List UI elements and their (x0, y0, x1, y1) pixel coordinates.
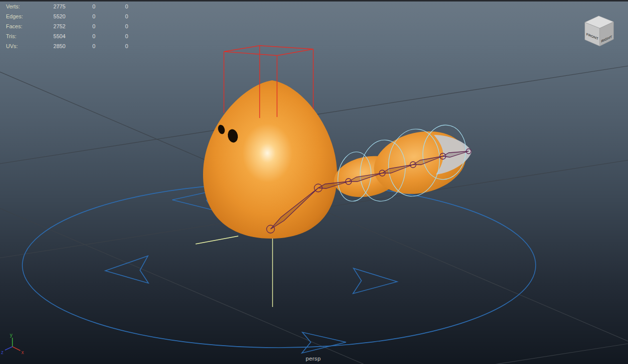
grid-line (0, 208, 363, 364)
maya-viewport[interactable]: FRONT RIGHT y x z Verts: 2775 0 0 Edges:… (0, 0, 628, 364)
hud-value: 5520 (50, 11, 66, 21)
poly-count-hud: Verts: 2775 0 0 Edges: 5520 0 0 Faces: 2… (6, 1, 128, 51)
hud-value: 0 (95, 31, 128, 41)
hud-label: Verts: (6, 1, 50, 11)
hud-value: 0 (95, 21, 128, 31)
axis-orientation-gizmo: y x z (1, 332, 24, 355)
axis-x-label: x (21, 350, 24, 355)
camera-name-label: persp (306, 356, 321, 362)
selection-cube-top-face[interactable] (224, 46, 313, 56)
hud-value: 0 (66, 21, 95, 31)
character-body-mesh[interactable] (203, 80, 337, 239)
hud-row-tris: Tris: 5504 0 0 (6, 31, 128, 41)
hud-value: 2850 (50, 41, 66, 51)
axis-y-label: y (10, 332, 12, 338)
ik-line-diagonal[interactable] (196, 236, 238, 244)
hud-value: 0 (66, 31, 95, 41)
axis-x-line (12, 347, 20, 351)
hud-value: 0 (95, 1, 128, 11)
hud-value: 0 (95, 11, 128, 21)
view-cube-gizmo[interactable]: FRONT RIGHT (585, 16, 614, 46)
hud-value: 2752 (50, 21, 66, 31)
hud-row-verts: Verts: 2775 0 0 (6, 1, 128, 11)
hud-row-uvs: UVs: 2850 0 0 (6, 41, 128, 51)
character-body[interactable] (203, 80, 337, 239)
hud-value: 0 (66, 1, 95, 11)
hud-label: UVs: (6, 41, 50, 51)
hud-value: 0 (66, 41, 95, 51)
root-arrow-left[interactable] (105, 256, 148, 283)
hud-value: 2775 (50, 1, 66, 11)
scene-canvas[interactable]: FRONT RIGHT y x z (0, 0, 628, 364)
axis-z-label: z (1, 350, 3, 355)
hud-label: Edges: (6, 11, 50, 21)
hud-label: Faces: (6, 21, 50, 31)
hud-value: 5504 (50, 31, 66, 41)
hud-row-faces: Faces: 2752 0 0 (6, 21, 128, 31)
root-arrow-front[interactable] (302, 332, 346, 353)
ik-handle-lines[interactable] (196, 232, 273, 307)
root-arrow-right[interactable] (353, 268, 397, 294)
axis-z-line (5, 347, 12, 350)
hud-row-edges: Edges: 5520 0 0 (6, 11, 128, 21)
hud-label: Tris: (6, 31, 50, 41)
hud-value: 0 (66, 11, 95, 21)
hud-value: 0 (95, 41, 128, 51)
